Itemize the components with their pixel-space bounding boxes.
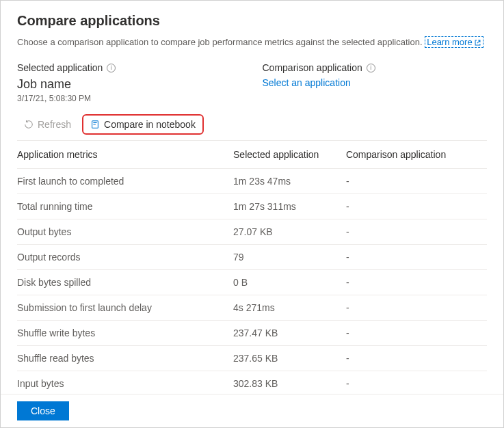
- info-icon[interactable]: i: [107, 64, 116, 72]
- cell-comparison: -: [346, 169, 487, 194]
- cell-selected: 4s 271ms: [233, 295, 346, 321]
- cell-comparison: -: [346, 245, 487, 270]
- refresh-button[interactable]: Refresh: [17, 114, 78, 135]
- table-row: Output records79-: [17, 245, 487, 270]
- cell-selected: 237.65 KB: [233, 346, 346, 371]
- comparison-application-section: Comparison application i Select an appli…: [263, 62, 488, 103]
- cell-metric: Total running time: [17, 194, 233, 219]
- cell-metric: Input bytes: [17, 371, 233, 397]
- refresh-icon: [24, 120, 34, 129]
- col-header-metric[interactable]: Application metrics: [17, 141, 233, 169]
- cell-comparison: -: [346, 321, 487, 346]
- job-timestamp: 3/17/21, 5:08:30 PM: [17, 94, 242, 103]
- selected-app-label: Selected application: [17, 62, 103, 73]
- table-row: First launch to completed1m 23s 47ms-: [17, 169, 487, 194]
- cell-comparison: -: [346, 219, 487, 245]
- table-row: Shuffle write bytes237.47 KB-: [17, 321, 487, 346]
- cell-comparison: -: [346, 371, 487, 397]
- table-row: Submission to first launch delay4s 271ms…: [17, 295, 487, 321]
- cell-metric: First launch to completed: [17, 169, 233, 194]
- col-header-comparison[interactable]: Comparison application: [346, 141, 487, 169]
- info-icon[interactable]: i: [367, 64, 375, 72]
- cell-metric: Submission to first launch delay: [17, 295, 233, 321]
- compare-in-notebook-button[interactable]: Compare in notebook: [82, 114, 204, 135]
- table-row: Output bytes27.07 KB-: [17, 219, 487, 245]
- cell-metric: Shuffle write bytes: [17, 321, 233, 346]
- table-row: Disk bytes spilled0 B-: [17, 270, 487, 295]
- cell-comparison: -: [346, 346, 487, 371]
- cell-selected: 0 B: [233, 270, 346, 295]
- selected-application-section: Selected application i Job name 3/17/21,…: [17, 62, 242, 103]
- cell-selected: 1m 27s 311ms: [233, 194, 346, 219]
- cell-selected: 27.07 KB: [233, 219, 346, 245]
- page-title: Compare applications: [17, 13, 487, 29]
- cell-metric: Output records: [17, 245, 233, 270]
- cell-comparison: -: [346, 295, 487, 321]
- cell-selected: 1m 23s 47ms: [233, 169, 346, 194]
- external-link-icon: [474, 39, 481, 46]
- cell-metric: Disk bytes spilled: [17, 270, 233, 295]
- close-button[interactable]: Close: [17, 401, 69, 420]
- table-row: Total running time1m 27s 311ms-: [17, 194, 487, 219]
- cell-comparison: -: [346, 194, 487, 219]
- job-name: Job name: [17, 77, 242, 92]
- cell-metric: Shuffle read bytes: [17, 346, 233, 371]
- cell-selected: 302.83 KB: [233, 371, 346, 397]
- cell-metric: Output bytes: [17, 219, 233, 245]
- metrics-table: Application metrics Selected application…: [17, 141, 487, 397]
- footer: Close: [1, 394, 503, 427]
- toolbar: Refresh Compare in notebook: [17, 114, 487, 141]
- page-subtitle: Choose a comparison application to compa…: [17, 37, 487, 47]
- subtitle-text: Choose a comparison application to compa…: [17, 37, 425, 47]
- table-row: Shuffle read bytes237.65 KB-: [17, 346, 487, 371]
- comparison-app-label: Comparison application: [263, 62, 362, 73]
- cell-comparison: -: [346, 270, 487, 295]
- notebook-icon: [90, 120, 100, 129]
- cell-selected: 237.47 KB: [233, 321, 346, 346]
- cell-selected: 79: [233, 245, 346, 270]
- learn-more-link[interactable]: Learn more: [425, 36, 483, 48]
- select-application-link[interactable]: Select an application: [263, 77, 488, 88]
- col-header-selected[interactable]: Selected application: [233, 141, 346, 169]
- table-row: Input bytes302.83 KB-: [17, 371, 487, 397]
